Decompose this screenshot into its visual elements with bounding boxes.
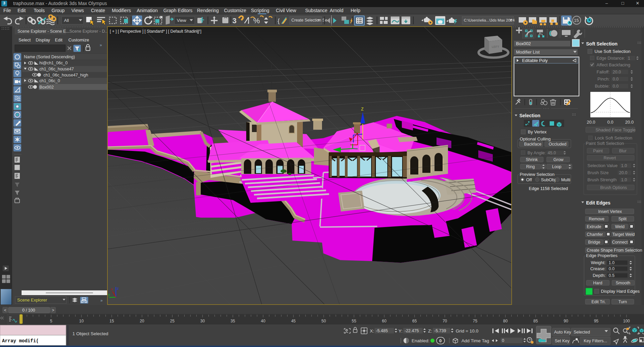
svg-text:40: 40	[261, 319, 266, 323]
svg-text:15: 15	[109, 319, 114, 323]
svg-text:Shrink: Shrink	[526, 157, 538, 162]
svg-text:0.0: 0.0	[613, 84, 618, 89]
svg-text:Optional Culling: Optional Culling	[520, 136, 551, 141]
svg-text:Auto Key: Auto Key	[554, 330, 571, 335]
svg-text:»: »	[100, 298, 103, 303]
svg-text:90: 90	[564, 319, 569, 323]
svg-text:Name (Sorted Descending): Name (Sorted Descending)	[24, 55, 75, 59]
svg-text:Off: Off	[526, 177, 532, 182]
svg-text:Customize: Customize	[68, 37, 89, 42]
svg-text:Split: Split	[618, 217, 627, 221]
svg-text:Pinch:: Pinch:	[598, 76, 610, 82]
svg-text:Add Time Tag: Add Time Tag	[461, 338, 489, 343]
svg-text:Create Selection Se: Create Selection Se	[291, 18, 327, 23]
svg-text:View: View	[177, 18, 187, 23]
svg-text:C:\Users\elia...\3ds Max 2024: C:\Users\elia...\3ds Max 2024	[464, 18, 515, 22]
svg-text:70: 70	[443, 319, 447, 323]
svg-text:-5.485: -5.485	[376, 328, 388, 333]
svg-text:95: 95	[594, 319, 599, 323]
svg-text:Grow: Grow	[553, 157, 564, 162]
svg-text:[ + ] [ Perspective ] [ Standa: [ + ] [ Perspective ] [ Standard* ] [ De…	[110, 29, 201, 34]
svg-text:1 Object Selected: 1 Object Selected	[72, 331, 108, 336]
svg-text:Select: Select	[19, 37, 31, 42]
svg-text:Paint: Paint	[593, 149, 603, 153]
svg-text:20.0: 20.0	[625, 120, 634, 125]
svg-text:20: 20	[140, 319, 144, 323]
svg-text:35: 35	[231, 319, 235, 323]
svg-text:Edit: Edit	[55, 37, 63, 42]
svg-text:Modifier List: Modifier List	[516, 50, 540, 55]
svg-text:By Vertex: By Vertex	[528, 129, 547, 134]
svg-text:<: <	[4, 308, 6, 313]
svg-text:0: 0	[439, 338, 442, 343]
svg-text:75: 75	[473, 319, 478, 323]
svg-text:Brush Strength: Brush Strength	[587, 177, 617, 182]
svg-text:Box002: Box002	[39, 85, 54, 90]
svg-text:Edge Distance:: Edge Distance:	[597, 56, 625, 61]
svg-text:Key Filters...: Key Filters...	[584, 339, 607, 343]
svg-text:1: 1	[628, 56, 630, 61]
svg-text:55: 55	[352, 319, 356, 323]
svg-text:Z: Z	[361, 107, 363, 112]
svg-text:Y:: Y:	[398, 328, 402, 334]
svg-text:By Angle:: By Angle:	[527, 150, 546, 155]
svg-text:Display: Display	[36, 37, 50, 42]
svg-text:Occluded: Occluded	[549, 142, 567, 147]
svg-text:All: All	[64, 18, 69, 23]
svg-text:Revert: Revert	[604, 156, 616, 160]
svg-text:Brush Size: Brush Size	[587, 170, 609, 175]
svg-text:100: 100	[623, 319, 630, 323]
svg-text:Grid = 10.0: Grid = 10.0	[456, 328, 478, 334]
svg-text:1.0: 1.0	[609, 260, 614, 265]
svg-text:Scene Explorer: Scene Explorer	[17, 297, 47, 303]
svg-text:3: 3	[232, 17, 236, 25]
svg-text:Lock Soft Selection: Lock Soft Selection	[595, 135, 632, 140]
svg-text:1.0: 1.0	[621, 178, 627, 182]
svg-text:Hard: Hard	[593, 281, 602, 285]
svg-text:Falloff:: Falloff:	[597, 69, 610, 74]
svg-text:20.0: 20.0	[619, 170, 627, 175]
svg-text:Target Weld: Target Weld	[612, 232, 635, 237]
svg-text:Weight:: Weight:	[591, 260, 606, 265]
svg-text:Create Shape From Selection: Create Shape From Selection	[587, 248, 642, 253]
svg-text:Scene Explorer - D...: Scene Explorer - D...	[69, 29, 107, 34]
svg-text:Affect Backfacing: Affect Backfacing	[597, 62, 630, 67]
svg-text:Selection: Selection	[519, 113, 540, 118]
svg-text:0 / 100: 0 / 100	[22, 308, 35, 313]
svg-text:Remove: Remove	[589, 217, 605, 221]
svg-text:Blur: Blur	[619, 149, 626, 153]
svg-text:Ring: Ring	[526, 164, 535, 169]
svg-text:Enabled:: Enabled:	[412, 338, 429, 343]
svg-text:0.5: 0.5	[609, 273, 614, 278]
svg-text:45: 45	[291, 319, 296, 323]
svg-text:»: »	[100, 43, 102, 48]
svg-text:ch1_06c_0: ch1_06c_0	[39, 78, 60, 83]
svg-text:Smooth: Smooth	[616, 281, 630, 285]
svg-text:0.0: 0.0	[607, 120, 613, 125]
svg-text:Brush Options: Brush Options	[600, 185, 627, 190]
svg-text:Soft Selection: Soft Selection	[586, 41, 617, 46]
svg-text:80: 80	[503, 319, 508, 323]
svg-text:Backface: Backface	[524, 142, 541, 147]
svg-text:Insert Vertex: Insert Vertex	[598, 209, 622, 214]
svg-text:Turn: Turn	[618, 299, 627, 304]
svg-text:Use Soft Selection: Use Soft Selection	[594, 49, 631, 54]
svg-text:Connect: Connect	[612, 240, 628, 245]
svg-text:Chamfer: Chamfer	[587, 232, 603, 237]
svg-text:>: >	[52, 308, 54, 313]
svg-text:1.0: 1.0	[621, 163, 627, 168]
svg-text:15: 15	[574, 18, 579, 23]
svg-text:50: 50	[321, 319, 326, 323]
svg-text:Bridge: Bridge	[588, 240, 600, 245]
svg-text:30: 30	[200, 319, 205, 323]
svg-text:60: 60	[382, 319, 387, 323]
svg-text:-5.739: -5.739	[434, 328, 446, 333]
svg-text:0.0: 0.0	[609, 266, 614, 271]
svg-text:{: {	[278, 17, 280, 24]
svg-text:SubObj: SubObj	[541, 177, 555, 182]
svg-text:Set Key: Set Key	[555, 339, 570, 343]
svg-text:ch1_06c_house47_high: ch1_06c_house47_high	[43, 73, 88, 77]
svg-text:Scene Explorer - Scene E...: Scene Explorer - Scene E...	[18, 29, 69, 34]
svg-text:Loop: Loop	[552, 164, 561, 169]
svg-text:20.0: 20.0	[613, 70, 621, 74]
